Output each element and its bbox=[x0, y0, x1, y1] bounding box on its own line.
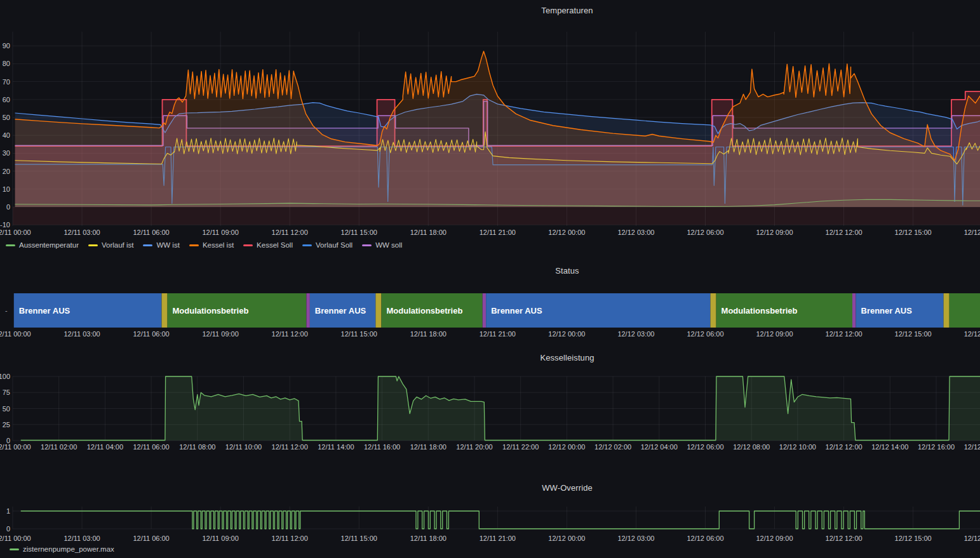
svg-text:12/12 12:00: 12/12 12:00 bbox=[826, 229, 863, 236]
svg-text:25: 25 bbox=[3, 421, 10, 428]
svg-text:12/11 00:00: 12/11 00:00 bbox=[0, 330, 31, 338]
svg-text:12/11 08:00: 12/11 08:00 bbox=[179, 443, 215, 451]
svg-text:12/12 03:00: 12/12 03:00 bbox=[617, 330, 654, 338]
svg-text:12/11 14:00: 12/11 14:00 bbox=[318, 443, 354, 451]
svg-text:12/12 12:00: 12/12 12:00 bbox=[826, 535, 863, 542]
svg-text:12/12 00:00: 12/12 00:00 bbox=[548, 443, 585, 451]
svg-text:12/11 12:00: 12/11 12:00 bbox=[272, 229, 308, 236]
svg-text:12/12 02:00: 12/12 02:00 bbox=[594, 443, 631, 451]
svg-text:12/12 00:00: 12/12 00:00 bbox=[548, 229, 585, 236]
svg-text:12/11 12:00: 12/11 12:00 bbox=[272, 443, 308, 451]
svg-text:12/12 12:00: 12/12 12:00 bbox=[826, 443, 863, 451]
legend-label: Kessel Soll bbox=[257, 241, 293, 249]
panel-title-kesselleistung[interactable]: Kesselleistung bbox=[13, 353, 980, 362]
legend-item-ww-soll[interactable]: WW soll bbox=[362, 241, 402, 249]
temperaturen-legend: AussentemperaturVorlauf istWW istKessel … bbox=[6, 241, 412, 249]
status-timeline[interactable]: -Brenner AUSModulationsbetriebBrenner AU… bbox=[0, 279, 980, 343]
panel-title-temperaturen[interactable]: Temperaturen bbox=[13, 6, 980, 15]
svg-text:-: - bbox=[5, 307, 8, 314]
legend-swatch bbox=[10, 548, 19, 550]
svg-text:12/11 06:00: 12/11 06:00 bbox=[133, 330, 169, 338]
panel-title-ww-override[interactable]: WW-Override bbox=[13, 483, 980, 493]
legend-item-kessel-ist[interactable]: Kessel ist bbox=[189, 241, 234, 249]
svg-text:12/11 03:00: 12/11 03:00 bbox=[64, 535, 100, 542]
legend-label: WW soll bbox=[375, 241, 402, 249]
svg-text:20: 20 bbox=[3, 168, 10, 175]
svg-text:12/11 18:00: 12/11 18:00 bbox=[410, 443, 446, 451]
svg-text:30: 30 bbox=[3, 149, 10, 157]
grafana-dashboard: { "chart_data": [ { "type": "line", "tit… bbox=[0, 0, 980, 558]
svg-text:12/12 15:00: 12/12 15:00 bbox=[895, 535, 932, 542]
svg-text:12/12 10:00: 12/12 10:00 bbox=[779, 443, 816, 451]
legend-item-kessel-soll[interactable]: Kessel Soll bbox=[243, 241, 293, 249]
legend-swatch bbox=[362, 244, 372, 246]
temperaturen-chart[interactable]: 9080706050403020100-1012/11 00:0012/11 0… bbox=[0, 25, 980, 244]
svg-text:12/12 12:00: 12/12 12:00 bbox=[826, 330, 863, 338]
svg-text:12/11 09:00: 12/11 09:00 bbox=[203, 330, 239, 338]
svg-text:50: 50 bbox=[3, 405, 10, 413]
legend-item-vorlauf-soll[interactable]: Vorlauf Soll bbox=[302, 241, 352, 249]
legend-item-vorlauf-ist[interactable]: Vorlauf ist bbox=[88, 241, 134, 249]
svg-text:Brenner AUS: Brenner AUS bbox=[491, 306, 542, 316]
legend-swatch bbox=[243, 244, 253, 246]
svg-text:-10: -10 bbox=[0, 221, 10, 229]
legend-swatch bbox=[6, 244, 15, 246]
kesselleistung-chart[interactable]: 100755025012/11 00:0012/11 02:0012/11 04… bbox=[0, 371, 980, 454]
svg-text:12/12 14:00: 12/12 14:00 bbox=[871, 443, 908, 451]
svg-text:Brenner AUS: Brenner AUS bbox=[861, 306, 913, 316]
legend-label: Vorlauf Soll bbox=[316, 241, 352, 249]
svg-text:12/12 15:00: 12/12 15:00 bbox=[895, 330, 932, 338]
svg-text:10: 10 bbox=[3, 185, 10, 193]
svg-text:12/11 09:00: 12/11 09:00 bbox=[203, 535, 239, 542]
legend-item-zisternenpumpe-power-max[interactable]: zisternenpumpe_power.max bbox=[10, 545, 114, 553]
svg-text:12/12 09:00: 12/12 09:00 bbox=[756, 535, 793, 542]
svg-text:Brenner AUS: Brenner AUS bbox=[315, 306, 366, 316]
legend-item-aussentemperatur[interactable]: Aussentemperatur bbox=[6, 241, 79, 249]
ww-override-legend: zisternenpumpe_power.max bbox=[10, 545, 124, 553]
svg-text:12/12 06:00: 12/12 06:00 bbox=[687, 330, 723, 338]
legend-swatch bbox=[88, 244, 98, 246]
svg-text:12/11 18:00: 12/11 18:00 bbox=[410, 535, 446, 542]
svg-text:12/12 08:00: 12/12 08:00 bbox=[733, 443, 770, 451]
svg-text:12/12 16:00: 12/12 16:00 bbox=[918, 443, 955, 451]
legend-label: Kessel ist bbox=[203, 241, 234, 249]
ww-override-chart[interactable]: 1012/11 00:0012/11 03:0012/11 06:0012/11… bbox=[0, 496, 980, 547]
svg-text:12/12 18:00: 12/12 18:00 bbox=[964, 229, 980, 236]
legend-item-ww-ist[interactable]: WW ist bbox=[143, 241, 179, 249]
svg-text:12/11 10:00: 12/11 10:00 bbox=[225, 443, 262, 451]
svg-text:0: 0 bbox=[6, 525, 10, 533]
svg-text:12/11 02:00: 12/11 02:00 bbox=[41, 443, 77, 451]
legend-swatch bbox=[189, 244, 199, 246]
panel-title-status[interactable]: Status bbox=[13, 266, 980, 276]
svg-text:75: 75 bbox=[3, 389, 10, 396]
svg-text:12/11 06:00: 12/11 06:00 bbox=[133, 535, 169, 542]
svg-text:12/11 03:00: 12/11 03:00 bbox=[64, 229, 100, 236]
legend-label: zisternenpumpe_power.max bbox=[23, 545, 114, 553]
svg-text:12/12 00:00: 12/12 00:00 bbox=[548, 330, 585, 338]
legend-label: Vorlauf ist bbox=[102, 241, 134, 249]
svg-text:0: 0 bbox=[6, 203, 10, 211]
svg-text:50: 50 bbox=[3, 114, 10, 121]
svg-text:Brenner AUS: Brenner AUS bbox=[19, 306, 70, 316]
svg-text:12/11 21:00: 12/11 21:00 bbox=[480, 229, 516, 236]
svg-text:12/11 12:00: 12/11 12:00 bbox=[272, 330, 308, 338]
svg-text:12/12 09:00: 12/12 09:00 bbox=[756, 330, 793, 338]
svg-text:12/11 15:00: 12/11 15:00 bbox=[341, 535, 377, 542]
svg-text:12/11 06:00: 12/11 06:00 bbox=[133, 229, 169, 236]
svg-text:12/11 00:00: 12/11 00:00 bbox=[0, 443, 31, 451]
svg-text:12/12 03:00: 12/12 03:00 bbox=[617, 535, 654, 542]
legend-label: Aussentemperatur bbox=[19, 241, 79, 249]
svg-text:12/12 03:00: 12/12 03:00 bbox=[617, 229, 654, 236]
svg-text:12/11 21:00: 12/11 21:00 bbox=[480, 330, 516, 338]
svg-text:70: 70 bbox=[3, 78, 10, 86]
legend-swatch bbox=[302, 244, 312, 246]
svg-text:12/12 18:00: 12/12 18:00 bbox=[964, 535, 980, 542]
svg-text:40: 40 bbox=[3, 131, 10, 139]
svg-text:80: 80 bbox=[3, 60, 10, 67]
svg-text:12/11 20:00: 12/11 20:00 bbox=[456, 443, 492, 451]
svg-text:12/11 03:00: 12/11 03:00 bbox=[64, 330, 100, 338]
svg-text:60: 60 bbox=[3, 96, 10, 103]
svg-text:1: 1 bbox=[6, 507, 10, 515]
svg-text:Modulationsbetrieb: Modulationsbetrieb bbox=[387, 306, 463, 316]
svg-text:12/12 18:00: 12/12 18:00 bbox=[964, 330, 980, 338]
